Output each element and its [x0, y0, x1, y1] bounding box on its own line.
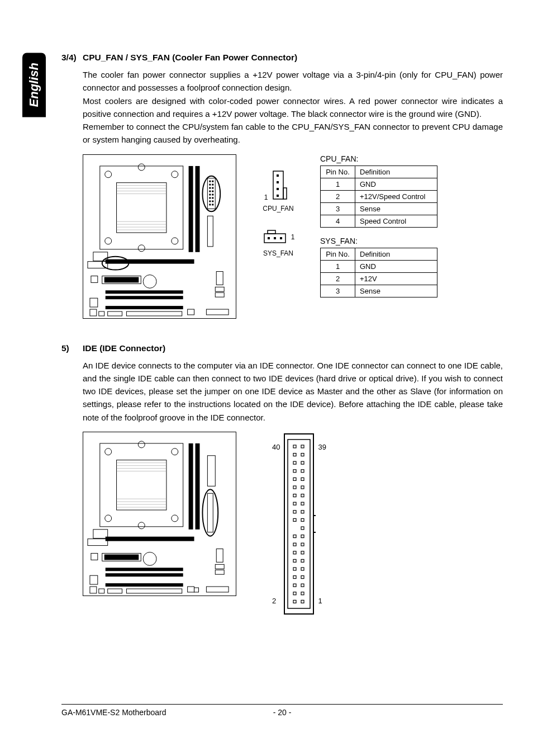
- svg-rect-123: [293, 478, 296, 480]
- section-heading: IDE (IDE Connector): [83, 343, 165, 353]
- table-row: 3Sense: [321, 202, 437, 215]
- svg-rect-101: [90, 587, 97, 593]
- section-5: 5) IDE (IDE Connector) An IDE device con…: [61, 343, 503, 616]
- language-tab: English: [22, 53, 46, 117]
- svg-rect-144: [293, 568, 296, 570]
- svg-rect-30: [212, 197, 213, 199]
- svg-rect-32: [212, 200, 213, 202]
- svg-rect-20: [212, 180, 213, 182]
- svg-rect-65: [268, 230, 275, 234]
- table-row: 3Sense: [321, 285, 437, 297]
- svg-rect-93: [91, 553, 98, 560]
- svg-rect-142: [293, 559, 296, 562]
- svg-rect-124: [301, 478, 304, 480]
- svg-rect-150: [293, 592, 296, 595]
- svg-rect-152: [293, 600, 296, 603]
- ide-right-numbers: 39 1: [316, 432, 328, 616]
- cpu-fan-conn-icon: [270, 169, 292, 201]
- motherboard-diagram-ide: [83, 432, 236, 596]
- sys-fan-conn-icon: [262, 228, 289, 246]
- fan-layout: 1 CPU_FAN: [83, 154, 503, 319]
- svg-rect-134: [301, 518, 304, 521]
- svg-rect-104: [215, 570, 224, 574]
- sys-fan-table-title: SYS_FAN:: [320, 237, 503, 245]
- svg-rect-54: [188, 309, 194, 315]
- svg-rect-21: [209, 183, 211, 185]
- cpu-fan-table-title: CPU_FAN:: [320, 154, 503, 163]
- cpu-fan-label: CPU_FAN: [263, 205, 293, 212]
- svg-rect-137: [301, 535, 304, 537]
- svg-point-14: [138, 244, 145, 251]
- svg-rect-43: [104, 277, 139, 282]
- col-pin: Pin No.: [321, 248, 355, 260]
- cpu-fan-table: Pin No. Definition 1GND 2+12V/Speed Cont…: [320, 166, 437, 228]
- page-footer: GA-M61VME-S2 Motherboard - 20 -: [61, 704, 503, 717]
- svg-rect-149: [301, 584, 304, 587]
- svg-rect-108: [126, 589, 182, 593]
- svg-rect-18: [207, 178, 215, 209]
- section-5-body: An IDE device connects to the computer v…: [83, 359, 503, 424]
- section-5-title: 5) IDE (IDE Connector): [61, 343, 503, 353]
- sys-fan-label: SYS_FAN: [263, 249, 293, 257]
- svg-rect-106: [194, 588, 199, 592]
- svg-rect-41: [91, 276, 98, 282]
- svg-rect-130: [301, 502, 304, 505]
- svg-rect-147: [301, 575, 304, 578]
- svg-rect-33: [209, 204, 211, 205]
- col-def: Definition: [355, 248, 437, 260]
- svg-rect-68: [280, 237, 282, 239]
- ide-connector-detail: 40 2 39 1: [270, 432, 329, 616]
- svg-rect-109: [108, 589, 122, 593]
- svg-rect-141: [301, 551, 304, 554]
- svg-point-11: [138, 163, 145, 170]
- svg-rect-25: [209, 190, 211, 192]
- svg-rect-125: [293, 486, 296, 489]
- svg-rect-115: [293, 445, 296, 448]
- svg-rect-69: [100, 443, 183, 527]
- svg-rect-70: [117, 460, 166, 509]
- col-def: Definition: [355, 166, 437, 178]
- svg-rect-57: [99, 311, 104, 316]
- svg-rect-97: [106, 568, 183, 571]
- ide-connector-icon: [282, 432, 316, 616]
- svg-point-82: [105, 515, 112, 522]
- svg-rect-127: [293, 494, 296, 497]
- svg-rect-112: [288, 440, 310, 608]
- svg-rect-52: [215, 292, 224, 297]
- svg-rect-61: [277, 181, 279, 183]
- section-34-title: 3/4) CPU_FAN / SYS_FAN (Cooler Fan Power…: [61, 53, 503, 63]
- svg-rect-135: [301, 527, 304, 530]
- svg-rect-119: [293, 461, 296, 464]
- svg-rect-19: [209, 180, 211, 182]
- svg-rect-1: [117, 182, 166, 232]
- svg-rect-47: [90, 298, 98, 307]
- svg-rect-87: [207, 456, 215, 486]
- svg-rect-107: [188, 587, 194, 592]
- table-row: Pin No. Definition: [321, 248, 437, 260]
- page-content: 3/4) CPU_FAN / SYS_FAN (Cooler Fan Power…: [61, 53, 503, 616]
- svg-rect-16: [189, 166, 193, 252]
- ide-left-numbers: 40 2: [270, 432, 282, 616]
- svg-rect-34: [212, 204, 213, 205]
- svg-rect-36: [207, 216, 213, 247]
- svg-point-89: [202, 489, 218, 536]
- svg-rect-98: [106, 573, 183, 577]
- svg-point-96: [143, 552, 156, 565]
- svg-rect-99: [90, 575, 98, 584]
- svg-rect-59: [283, 188, 287, 199]
- svg-rect-129: [293, 502, 296, 505]
- svg-rect-27: [209, 193, 211, 195]
- svg-rect-132: [301, 511, 304, 513]
- svg-rect-56: [108, 311, 122, 316]
- svg-rect-90: [88, 538, 108, 545]
- section-num: 3/4): [61, 53, 78, 63]
- svg-rect-140: [293, 551, 296, 554]
- motherboard-svg: [83, 155, 236, 318]
- svg-rect-128: [301, 494, 304, 497]
- connector-column: 1 CPU_FAN: [248, 154, 309, 257]
- svg-rect-55: [126, 311, 182, 316]
- svg-rect-145: [301, 568, 304, 570]
- tables-column: CPU_FAN: Pin No. Definition 1GND 2+12V/S…: [320, 154, 503, 306]
- svg-rect-46: [106, 296, 183, 299]
- table-row: 2+12V: [321, 272, 437, 285]
